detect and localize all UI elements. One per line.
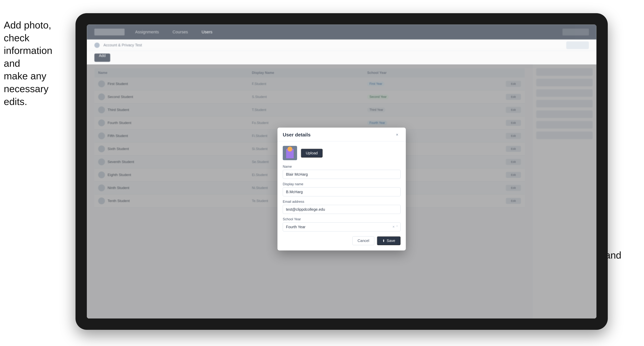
user-details-modal: User details × Upload Name <box>278 128 406 250</box>
annotation-line-1: Add photo, check <box>4 20 51 43</box>
modal-title: User details <box>283 132 310 138</box>
modal-body: Upload Name Display name Email addre <box>278 141 406 250</box>
nav-courses: Courses <box>170 28 191 36</box>
display-name-field-group: Display name <box>283 182 400 196</box>
app-logo <box>94 29 124 35</box>
content-area: Name Display Name School Year First Stud… <box>87 64 596 319</box>
email-field-group: Email address <box>283 200 400 214</box>
modal-footer: Cancel ⬆ Save <box>283 235 400 245</box>
annotation-line-3: make any <box>4 70 46 81</box>
add-button[interactable]: Add <box>94 53 110 62</box>
display-name-label: Display name <box>283 182 400 186</box>
breadcrumb-text: Account & Privacy Test <box>104 43 142 47</box>
email-input[interactable] <box>283 205 400 214</box>
save-icon: ⬆ <box>382 239 385 243</box>
cancel-button[interactable]: Cancel <box>352 236 374 245</box>
upload-photo-button[interactable]: Upload <box>301 149 322 157</box>
nav-assignments: Assignments <box>132 28 162 36</box>
header-action-btn <box>566 41 589 49</box>
sub-header: Account & Privacy Test <box>87 40 596 51</box>
name-input[interactable] <box>283 170 400 179</box>
save-button[interactable]: ⬆ Save <box>377 236 400 245</box>
header-right-btn <box>562 29 589 35</box>
annotation-line-2: information and <box>4 45 52 69</box>
name-field-group: Name <box>283 165 400 179</box>
modal-close-button[interactable]: × <box>394 131 400 138</box>
name-label: Name <box>283 165 400 169</box>
modal-header: User details × <box>278 128 406 141</box>
photo-row: Upload <box>283 146 400 160</box>
school-year-label: School Year <box>283 217 400 221</box>
breadcrumb-icon <box>94 43 100 48</box>
nav-users: Users <box>198 28 215 36</box>
user-photo-thumbnail <box>283 146 297 160</box>
annotation-line-4: necessary edits. <box>4 83 48 107</box>
display-name-input[interactable] <box>283 187 400 196</box>
tablet-frame: Assignments Courses Users Account & Priv… <box>76 13 608 330</box>
email-label: Email address <box>283 200 400 204</box>
school-year-field-group: School Year Fourth Year First Year Secon… <box>283 217 400 231</box>
app-header: Assignments Courses Users <box>87 24 596 40</box>
toolbar: Add <box>87 51 596 64</box>
left-annotation: Add photo, check information and make an… <box>4 19 68 108</box>
tablet-screen: Assignments Courses Users Account & Priv… <box>87 24 596 319</box>
save-button-label: Save <box>386 239 395 243</box>
school-year-select-wrapper: Fourth Year First Year Second Year Third… <box>283 222 400 231</box>
school-year-select[interactable]: Fourth Year First Year Second Year Third… <box>283 222 400 231</box>
